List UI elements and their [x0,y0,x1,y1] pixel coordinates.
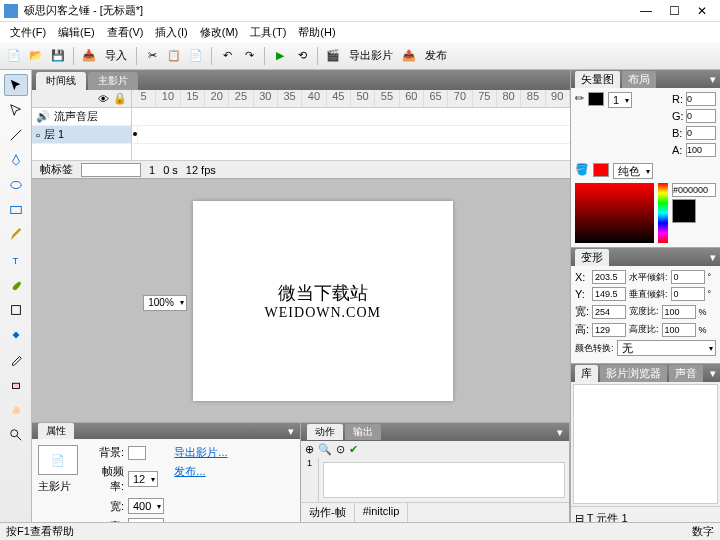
tab-properties[interactable]: 属性 [38,423,74,439]
script-tab-frame[interactable]: 动作-帧 [301,503,355,522]
maximize-button[interactable]: ☐ [660,4,688,18]
menu-insert[interactable]: 插入(I) [149,25,193,40]
g-input[interactable] [686,109,716,123]
hratio-input[interactable] [662,323,696,337]
subselect-tool[interactable] [4,99,28,121]
brush-tool[interactable] [4,274,28,296]
import-icon[interactable]: 📥 [79,46,99,66]
w-input[interactable] [592,305,626,319]
y-input[interactable] [592,287,626,301]
hue-slider[interactable] [658,183,668,243]
transform-tool[interactable] [4,299,28,321]
redo-button[interactable]: ↷ [239,46,259,66]
text-tool[interactable]: T [4,249,28,271]
stroke-width[interactable]: 1 [608,92,632,108]
colortrans-dropdown[interactable]: 无 [617,340,716,356]
framelabel-input[interactable] [81,163,141,177]
tab-output[interactable]: 输出 [345,424,381,440]
close-button[interactable]: ✕ [688,4,716,18]
export-label[interactable]: 导出影片 [345,48,397,63]
layer-row[interactable]: ▫ 层 1 [32,126,131,144]
script-editor[interactable] [323,462,565,498]
visibility-icon[interactable]: 👁 [98,93,109,105]
minimize-button[interactable]: — [632,4,660,18]
tab-layout[interactable]: 布局 [622,71,656,88]
panel-menu-icon[interactable]: ▾ [710,251,716,264]
oval-tool[interactable] [4,174,28,196]
panel-menu-icon[interactable]: ▾ [710,73,716,86]
publish-link[interactable]: 发布... [174,464,227,479]
tab-mainclip[interactable]: 主影片 [88,72,138,90]
h-input[interactable] [592,323,626,337]
open-button[interactable]: 📂 [26,46,46,66]
bg-swatch[interactable] [128,446,146,460]
publish-label[interactable]: 发布 [421,48,451,63]
save-button[interactable]: 💾 [48,46,68,66]
fill-icon[interactable]: 🪣 [575,163,589,179]
tab-transform[interactable]: 变形 [575,249,609,266]
selection-tool[interactable] [4,74,28,96]
library-list[interactable]: ⊟ T 元件 1 [571,506,720,522]
fps-input[interactable]: 12 [128,471,158,487]
stroke-swatch[interactable] [588,92,604,106]
stroke-icon[interactable]: ✏ [575,92,584,159]
canvas-area[interactable]: 100% 微当下载站 WEIDOWN.COM [32,179,570,422]
cut-button[interactable]: ✂ [142,46,162,66]
script-tab-init[interactable]: #initclip [355,503,409,522]
menu-file[interactable]: 文件(F) [4,25,52,40]
menu-modify[interactable]: 修改(M) [194,25,245,40]
layer-row[interactable]: 🔊 流声音层 [32,108,131,126]
stage[interactable]: 微当下载站 WEIDOWN.COM [193,201,453,401]
tab-vector[interactable]: 矢量图 [575,71,620,88]
eyedropper-tool[interactable] [4,349,28,371]
panel-menu-icon[interactable]: ▾ [557,426,563,439]
width-input[interactable]: 400 [128,498,164,514]
panel-menu-icon[interactable]: ▾ [288,425,294,438]
export-icon[interactable]: 🎬 [323,46,343,66]
publish-icon[interactable]: 📤 [399,46,419,66]
import-label[interactable]: 导入 [101,48,131,63]
b-input[interactable] [686,126,716,140]
check-button[interactable]: ✔ [349,443,358,456]
fill-type[interactable]: 纯色 [613,163,653,179]
play-button[interactable]: ▶ [270,46,290,66]
tab-actions[interactable]: 动作 [307,424,343,440]
tab-browser[interactable]: 影片浏览器 [600,365,667,382]
pen-tool[interactable] [4,149,28,171]
hex-input[interactable] [672,183,716,197]
zoom-dropdown[interactable]: 100% [143,295,187,311]
height-input[interactable]: 300 [128,518,164,522]
new-button[interactable]: 📄 [4,46,24,66]
wratio-input[interactable] [662,305,696,319]
panel-menu-icon[interactable]: ▾ [710,367,716,380]
undo-button[interactable]: ↶ [217,46,237,66]
x-input[interactable] [592,270,626,284]
paste-button[interactable]: 📄 [186,46,206,66]
a-input[interactable] [686,143,716,157]
hand-tool[interactable] [4,399,28,421]
menu-help[interactable]: 帮助(H) [292,25,341,40]
copy-button[interactable]: 📋 [164,46,184,66]
lock-icon[interactable]: 🔒 [113,92,127,105]
r-input[interactable] [686,92,716,106]
target-button[interactable]: ⊙ [336,443,345,456]
vskew-input[interactable] [671,287,705,301]
menu-view[interactable]: 查看(V) [101,25,150,40]
bucket-tool[interactable] [4,324,28,346]
color-picker[interactable] [575,183,654,243]
eraser-tool[interactable] [4,374,28,396]
hskew-input[interactable] [671,270,705,284]
find-button[interactable]: 🔍 [318,443,332,456]
fill-swatch[interactable] [593,163,609,177]
frames-area[interactable]: 51015202530354045505560657075808590 [132,90,570,160]
tab-sound[interactable]: 声音 [669,365,703,382]
export-link[interactable]: 导出影片... [174,445,227,460]
rect-tool[interactable] [4,199,28,221]
tab-timeline[interactable]: 时间线 [36,72,86,90]
library-item[interactable]: ⊟ T 元件 1 [575,511,716,522]
line-tool[interactable] [4,124,28,146]
add-script-button[interactable]: ⊕ [305,443,314,456]
pencil-tool[interactable] [4,224,28,246]
zoom-tool[interactable] [4,424,28,446]
menu-tools[interactable]: 工具(T) [244,25,292,40]
